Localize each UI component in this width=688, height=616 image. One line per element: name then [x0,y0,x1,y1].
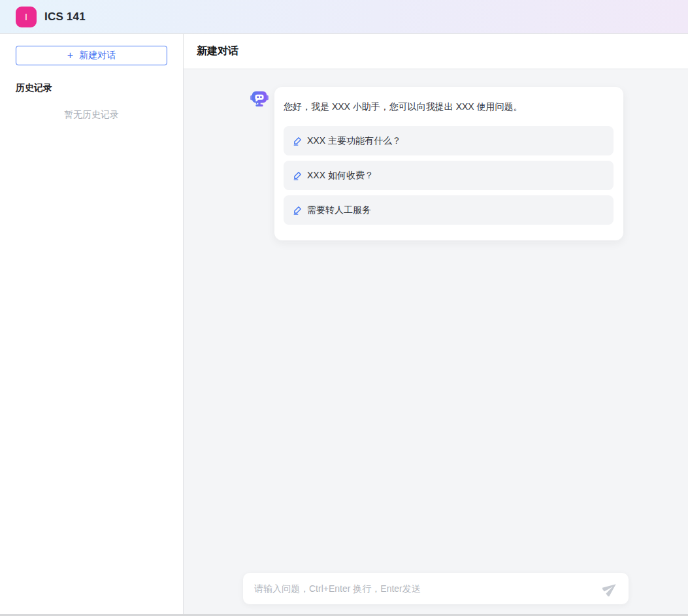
send-icon [602,581,618,596]
bot-message-row: 您好，我是 XXX 小助手，您可以向我提出 XXX 使用问题。 XXX 主要功能… [243,87,629,240]
suggestion-item-pricing[interactable]: XXX 如何收费？ [284,161,614,190]
send-button[interactable] [601,579,619,598]
suggestion-item-main-features[interactable]: XXX 主要功能有什么？ [284,126,614,155]
pencil-icon [293,205,303,215]
pencil-icon [293,136,303,146]
history-empty-text: 暂无历史记录 [16,109,167,121]
history-section-title: 历史记录 [16,82,167,94]
message-input-bar [243,573,629,604]
sidebar: + 新建对话 历史记录 暂无历史记录 [0,34,184,616]
suggestion-label: XXX 如何收费？ [307,170,374,182]
top-header: I ICS 141 [0,0,688,34]
app-window: I ICS 141 + 新建对话 历史记录 暂无历史记录 新建对话 [0,0,688,616]
suggestion-item-human-service[interactable]: 需要转人工服务 [284,195,614,225]
greeting-text: 您好，我是 XXX 小助手，您可以向我提出 XXX 使用问题。 [284,100,614,113]
message-input[interactable] [254,583,601,594]
conversation-title: 新建对话 [197,44,238,58]
plus-icon: + [67,50,73,61]
bot-message-card: 您好，我是 XXX 小助手，您可以向我提出 XXX 使用问题。 XXX 主要功能… [274,87,623,240]
app-title: ICS 141 [44,10,86,24]
suggestion-list: XXX 主要功能有什么？ XXX 如何收费？ [284,126,614,225]
main-area: 新建对话 [184,34,688,616]
new-chat-button-label: 新建对话 [79,50,116,61]
conversation-header: 新建对话 [184,34,688,69]
suggestion-label: XXX 主要功能有什么？ [307,135,401,147]
chat-area: 您好，我是 XXX 小助手，您可以向我提出 XXX 使用问题。 XXX 主要功能… [184,69,688,616]
logo-letter: I [25,12,27,22]
new-chat-button[interactable]: + 新建对话 [16,46,167,65]
pencil-icon [293,170,303,180]
app-logo-icon: I [16,7,37,27]
suggestion-label: 需要转人工服务 [307,204,371,216]
bot-avatar-icon [250,88,269,108]
